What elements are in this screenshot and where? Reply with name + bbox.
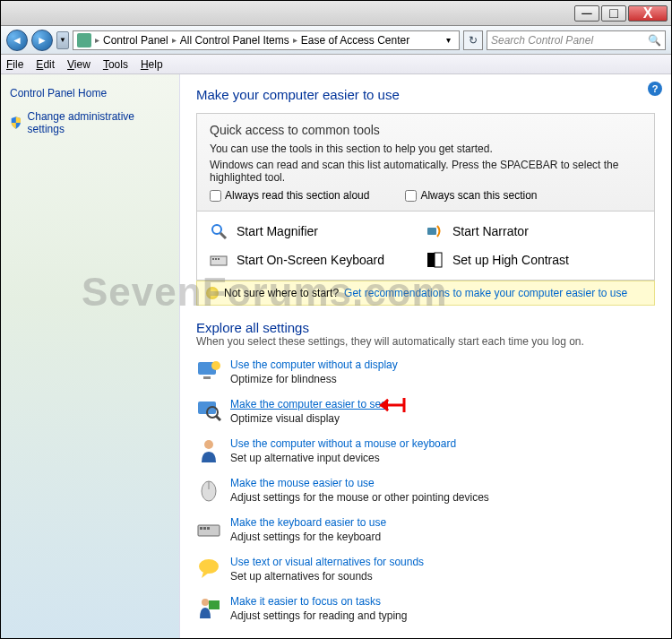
explore-heading: Explore all settings: [196, 320, 655, 335]
svg-point-0: [212, 225, 221, 234]
address-bar: ◄ ► ▼ ▸ Control Panel ▸ All Control Pane…: [1, 26, 671, 55]
svg-rect-3: [211, 256, 227, 265]
recommendations-bar: Not sure where to start? Get recommendat…: [196, 281, 655, 306]
setting-desc: Adjust settings for the keyboard: [230, 531, 386, 543]
sidebar-admin-label: Change administrative settings: [28, 110, 170, 135]
svg-rect-4: [212, 258, 214, 260]
search-icon[interactable]: 🔍: [648, 34, 661, 47]
close-button[interactable]: X: [628, 5, 668, 22]
search-input[interactable]: Search Control Panel 🔍: [487, 30, 666, 50]
bulb-icon: [206, 287, 219, 299]
minimize-button[interactable]: ─: [574, 5, 599, 22]
main-pane: ? Make your computer easier to use Quick…: [180, 74, 671, 638]
person-board-icon: [196, 595, 221, 620]
recommend-link[interactable]: Get recommendations to make your compute…: [344, 287, 627, 299]
start-narrator[interactable]: Start Narrator: [426, 222, 642, 240]
help-icon[interactable]: ?: [648, 82, 662, 96]
svg-rect-24: [209, 600, 220, 609]
svg-rect-8: [435, 253, 442, 267]
monitor-icon: [196, 358, 221, 384]
setting-desc: Optimize visual display: [230, 412, 387, 425]
quick-access-panel: Quick access to common tools You can use…: [196, 113, 655, 212]
svg-rect-19: [200, 527, 202, 530]
contrast-icon: [426, 251, 444, 269]
recommend-text: Not sure where to start?: [224, 287, 339, 299]
setting-mouse-easier: Make the mouse easier to useAdjust setti…: [196, 477, 655, 504]
setting-link[interactable]: Use the computer without a mouse or keyb…: [230, 437, 456, 450]
sidebar: Control Panel Home Change administrative…: [1, 74, 180, 638]
setting-desc: Adjust settings for reading and typing: [230, 609, 407, 622]
menu-bar: File Edit View Tools Help: [1, 55, 671, 74]
panel-text-1: You can use the tools in this section to…: [210, 142, 642, 155]
titlebar: ─ □ X: [1, 1, 671, 26]
crumb-control-panel[interactable]: Control Panel: [103, 34, 168, 47]
location-icon: [77, 33, 91, 47]
setting-desc: Optimize for blindness: [230, 373, 398, 385]
setting-link[interactable]: Make the keyboard easier to use: [230, 516, 386, 529]
window: ─ □ X ◄ ► ▼ ▸ Control Panel ▸ All Contro…: [0, 0, 672, 639]
start-osk[interactable]: Start On-Screen Keyboard: [210, 251, 426, 269]
magnify-screen-icon: [196, 398, 221, 423]
keyboard-lg-icon: [196, 516, 221, 541]
back-button[interactable]: ◄: [6, 30, 28, 51]
red-arrow-annotation: [375, 394, 406, 416]
setting-focus-tasks: Make it easier to focus on tasksAdjust s…: [196, 595, 655, 622]
setting-desc: Adjust settings for the mouse or other p…: [230, 491, 489, 504]
maximize-button[interactable]: □: [601, 5, 626, 22]
setting-sound-alternatives: Use text or visual alternatives for soun…: [196, 556, 655, 583]
sidebar-home-link[interactable]: Control Panel Home: [10, 87, 170, 99]
nav-history-dropdown[interactable]: ▼: [56, 31, 69, 49]
setting-link[interactable]: Use text or visual alternatives for soun…: [230, 556, 424, 568]
setting-desc: Set up alternatives for sounds: [230, 570, 424, 583]
speech-bubble-icon: [196, 556, 221, 581]
address-dropdown[interactable]: ▾: [441, 35, 455, 45]
setting-link[interactable]: Make it easier to focus on tasks: [230, 595, 381, 608]
setting-link[interactable]: Make the computer easier to see: [230, 398, 387, 410]
crumb-all-items[interactable]: All Control Panel Items: [180, 34, 289, 47]
menu-tools[interactable]: Tools: [103, 58, 128, 71]
svg-line-14: [216, 416, 220, 420]
svg-rect-5: [215, 258, 217, 260]
menu-edit[interactable]: Edit: [36, 58, 55, 71]
checkbox-read-aloud[interactable]: Always read this section aloud: [210, 189, 369, 202]
crumb-ease-of-access[interactable]: Ease of Access Center: [301, 34, 409, 47]
person-icon: [196, 437, 221, 462]
quick-tools-grid: Start Magnifier Start Narrator Start On-…: [196, 212, 655, 281]
settings-list: Use the computer without a displayOptimi…: [196, 358, 655, 622]
checkbox-read-aloud-input[interactable]: [210, 190, 221, 202]
chevron-right-icon: ▸: [293, 35, 297, 45]
svg-rect-10: [203, 376, 211, 379]
setting-easier-to-see: Make the computer easier to seeOptimize …: [196, 398, 655, 425]
setup-high-contrast[interactable]: Set up High Contrast: [426, 251, 642, 269]
mouse-icon: [196, 477, 221, 502]
svg-rect-7: [427, 253, 435, 267]
page-title: Make your computer easier to use: [196, 87, 655, 102]
setting-desc: Set up alternative input devices: [230, 452, 456, 464]
shield-icon: [10, 117, 22, 129]
setting-without-display: Use the computer without a displayOptimi…: [196, 358, 655, 385]
refresh-button[interactable]: ↻: [463, 30, 483, 50]
menu-help[interactable]: Help: [141, 58, 163, 71]
start-magnifier[interactable]: Start Magnifier: [210, 222, 426, 240]
svg-point-15: [204, 440, 213, 449]
forward-button[interactable]: ►: [31, 30, 53, 51]
setting-link[interactable]: Use the computer without a display: [230, 358, 398, 371]
sidebar-admin-link[interactable]: Change administrative settings: [10, 110, 170, 135]
svg-line-1: [220, 233, 226, 238]
menu-file[interactable]: File: [6, 58, 23, 71]
checkbox-scan-input[interactable]: [405, 190, 417, 202]
svg-point-11: [211, 361, 220, 370]
magnifier-icon: [210, 222, 228, 240]
narrator-icon: [426, 222, 444, 240]
svg-rect-20: [203, 527, 206, 530]
content: Control Panel Home Change administrative…: [1, 74, 671, 638]
setting-link[interactable]: Make the mouse easier to use: [230, 477, 375, 489]
setting-without-mouse-keyboard: Use the computer without a mouse or keyb…: [196, 437, 655, 464]
breadcrumb[interactable]: ▸ Control Panel ▸ All Control Panel Item…: [73, 30, 460, 50]
chevron-right-icon: ▸: [95, 35, 99, 45]
svg-rect-21: [207, 527, 210, 530]
panel-heading: Quick access to common tools: [210, 123, 642, 137]
checkbox-scan[interactable]: Always scan this section: [405, 189, 537, 202]
svg-rect-2: [427, 228, 436, 235]
menu-view[interactable]: View: [67, 58, 90, 71]
